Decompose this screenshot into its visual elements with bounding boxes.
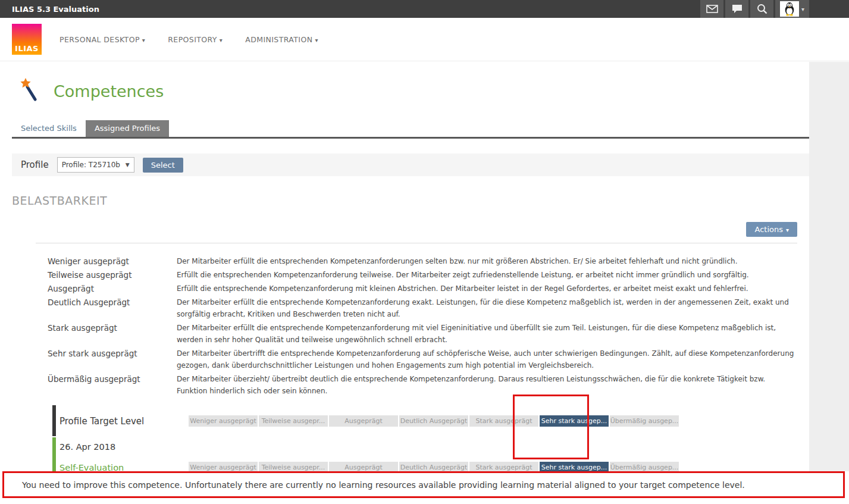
level-row: Weniger ausgeprägt Der Mitarbeiter erfül… xyxy=(48,255,797,267)
topbar-icon-group: ▾ xyxy=(700,0,809,18)
ilias-logo[interactable]: ILIAS xyxy=(12,24,42,55)
chat-button[interactable] xyxy=(725,0,748,18)
app-title: ILIAS 5.3 Evaluation xyxy=(12,5,99,14)
level-description: Erfüllt die entsprechenden Kompetenzanfo… xyxy=(177,269,797,281)
target-level-label: Profile Target Level xyxy=(59,416,144,427)
chevron-down-icon: ▾ xyxy=(142,37,145,43)
level-name: Teilweise ausgeprägt xyxy=(48,269,177,281)
level-description: Der Mitarbeiter erfüllt die entsprechend… xyxy=(177,255,797,267)
level-badge-selected: Sehr stark ausgep... xyxy=(540,415,609,427)
actions-button[interactable]: Actions▾ xyxy=(746,222,797,237)
topbar: ILIAS 5.3 Evaluation xyxy=(0,0,849,18)
level-badge: Deutlich Ausgeprägt xyxy=(399,415,468,427)
profile-target-level-row: Profile Target Level Weniger ausgeprägt … xyxy=(52,405,797,436)
level-row: Stark ausgeprägt Der Mitarbeiter erfüllt… xyxy=(48,322,797,346)
level-row: Übermäßig ausgeprägt Der Mitarbeiter übe… xyxy=(48,373,797,397)
nav-item-administration[interactable]: ADMINISTRATION▾ xyxy=(245,35,318,44)
level-description: Der Mitarbeiter erfüllt die entsprechend… xyxy=(177,322,797,346)
mail-icon xyxy=(706,5,718,13)
level-badge: Ausgeprägt xyxy=(329,415,398,427)
level-badge: Weniger ausgeprägt xyxy=(189,415,258,427)
tab-selected-skills[interactable]: Selected Skills xyxy=(12,120,86,137)
improvement-message-text: You need to improve this competence. Unf… xyxy=(22,480,745,490)
select-button[interactable]: Select xyxy=(143,158,183,173)
level-row: Teilweise ausgeprägt Erfüllt die entspre… xyxy=(48,269,797,281)
search-button[interactable] xyxy=(750,0,773,18)
level-row: Ausgeprägt Erfüllt die entsprechende Kom… xyxy=(48,283,797,295)
level-name: Übermäßig ausgeprägt xyxy=(48,373,177,397)
logo-text: ILIAS xyxy=(15,44,39,55)
level-name: Deutlich Ausgeprägt xyxy=(48,296,177,320)
magic-wand-icon xyxy=(18,78,40,104)
level-description-list: Weniger ausgeprägt Der Mitarbeiter erfül… xyxy=(48,255,797,397)
main-navbar: ILIAS PERSONAL DESKTOP▾ REPOSITORY▾ ADMI… xyxy=(0,18,849,61)
profile-label: Profile xyxy=(21,159,49,170)
level-name: Sehr stark ausgeprägt xyxy=(48,348,177,371)
mail-button[interactable] xyxy=(700,0,723,18)
level-badge: Teilweise ausgepr... xyxy=(259,415,328,427)
chevron-down-icon: ▾ xyxy=(315,37,318,43)
level-description: Der Mitarbeiter übertrifft die entsprech… xyxy=(177,348,797,371)
target-level-label-col: Profile Target Level xyxy=(59,415,189,427)
chevron-down-icon: ▾ xyxy=(220,37,223,43)
profile-select[interactable]: Profile: T25710b ▼ xyxy=(57,157,134,173)
section-heading: BELASTBARKEIT xyxy=(12,194,849,207)
page-title: Competences xyxy=(54,82,164,101)
actions-row: Actions▾ xyxy=(24,222,797,237)
page-header: Competences xyxy=(0,61,849,104)
chat-icon xyxy=(732,4,743,14)
level-badge: Übermäßig ausgep... xyxy=(610,415,679,427)
competence-panel: Actions▾ Weniger ausgeprägt Der Mitarbei… xyxy=(12,211,809,480)
tab-bar: Selected Skills Assigned Profiles xyxy=(12,120,809,139)
profile-select-value: Profile: T25710b xyxy=(62,161,120,169)
user-menu-button[interactable]: ▾ xyxy=(775,0,809,18)
nav-item-personal-desktop[interactable]: PERSONAL DESKTOP▾ xyxy=(59,35,145,44)
search-icon xyxy=(757,4,767,14)
target-level-badge-strip: Weniger ausgeprägt Teilweise ausgepr... … xyxy=(189,415,680,427)
chevron-down-icon: ▾ xyxy=(801,6,804,12)
divider xyxy=(36,243,797,243)
level-description: Erfüllt die entsprechende Kompetenzanfor… xyxy=(177,283,797,295)
avatar xyxy=(780,1,799,17)
level-name: Stark ausgeprägt xyxy=(48,322,177,346)
nav-menu: PERSONAL DESKTOP▾ REPOSITORY▾ ADMINISTRA… xyxy=(59,35,318,44)
level-description: Der Mitarbeiter überzieht/ übertreibt de… xyxy=(177,373,797,397)
chevron-down-icon: ▾ xyxy=(786,227,789,233)
level-name: Ausgeprägt xyxy=(48,283,177,295)
level-row: Deutlich Ausgeprägt Der Mitarbeiter erfü… xyxy=(48,296,797,320)
evaluation-date: 26. Apr 2018 xyxy=(59,442,115,452)
nav-item-repository[interactable]: REPOSITORY▾ xyxy=(168,35,223,44)
level-row: Sehr stark ausgeprägt Der Mitarbeiter üb… xyxy=(48,348,797,371)
tab-assigned-profiles[interactable]: Assigned Profiles xyxy=(86,120,169,137)
improvement-message-box: You need to improve this competence. Unf… xyxy=(2,471,845,498)
level-name: Weniger ausgeprägt xyxy=(48,255,177,267)
level-badge: Stark ausgeprägt xyxy=(469,415,538,427)
dropdown-arrow-icon: ▼ xyxy=(126,162,130,168)
level-description: Der Mitarbeiter erfüllt die entsprechend… xyxy=(177,296,797,320)
profile-filter-bar: Profile Profile: T25710b ▼ Select xyxy=(12,154,809,176)
penguin-avatar xyxy=(783,2,796,16)
page-margin-strip xyxy=(809,62,849,471)
